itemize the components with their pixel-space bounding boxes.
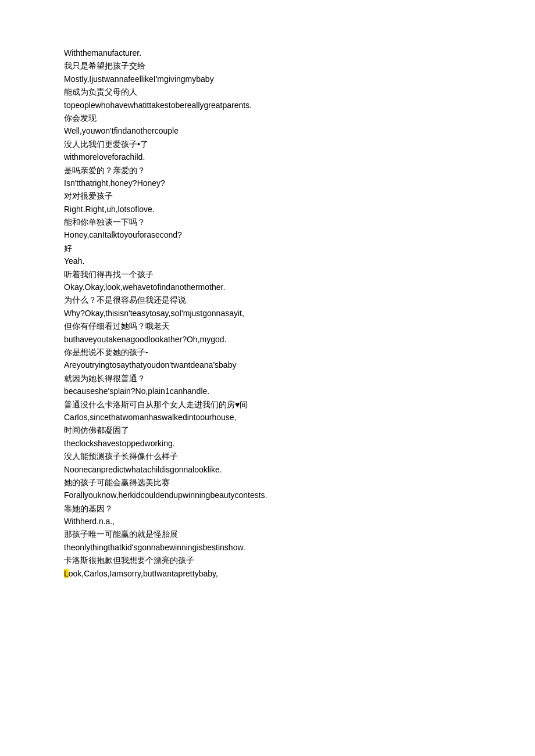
subtitle-line-chinese: 你会发现 (64, 112, 471, 124)
subtitle-line-chinese: 卡洛斯很抱歉但我想要个漂亮的孩子 (64, 554, 471, 567)
subtitle-line-chinese: 她的孩子可能会赢得选美比赛 (64, 476, 471, 489)
subtitle-line-chinese: 就因为她长得很普通？ (64, 372, 471, 385)
subtitle-line-english: Noonecanpredictwhatachildisgonnalooklike… (64, 463, 471, 476)
subtitle-line-chinese: 对对很爱孩子 (64, 189, 471, 202)
subtitle-line-chinese: 能和你单独谈一下吗？ (64, 216, 471, 228)
subtitle-line-chinese: 我只是希望把孩子交给 (64, 59, 471, 72)
subtitle-line-chinese: 普通没什么卡洛斯可自从那个女人走进我们的房♥间 (64, 398, 471, 411)
subtitle-line-english: becauseshe'splain?No,plain1canhandle. (64, 385, 471, 397)
subtitle-line-english: Withherd.n.a., (64, 515, 471, 528)
subtitle-line-english: Why?Okay,thisisn'teasytosay,soI'mjustgon… (64, 307, 471, 320)
subtitle-line-chinese: 能成为负责父母的人 (64, 85, 471, 98)
subtitle-line-english: withmoreloveforachild. (64, 151, 471, 163)
subtitle-line-english: theonlythingthatkid'sgonnabewinningisbes… (64, 541, 471, 554)
subtitle-line-english: Mostly,IjustwannafeellikeI'mgivingmybaby (64, 73, 471, 85)
subtitle-line-english: Carlos,sincethatwomanhaswalkedintoourhou… (64, 411, 471, 424)
subtitle-line-chinese: 那孩子唯一可能赢的就是怪胎展 (64, 528, 471, 540)
subtitle-line-chinese: 是吗亲爱的？亲爱的？ (64, 164, 471, 177)
highlight-char: L (64, 569, 69, 578)
subtitle-line-english: Isn'tthatright,honey?Honey? (64, 177, 471, 189)
subtitle-line-english: Forallyouknow,herkidcouldendupwinningbea… (64, 489, 471, 501)
subtitle-line-chinese: 好 (64, 242, 471, 255)
subtitle-line-english: Well,youwon'tfindanothercouple (64, 124, 471, 137)
subtitle-line-english: Yeah. (64, 255, 471, 267)
subtitle-line-english: topeoplewhohavewhatittakestobereallygrea… (64, 99, 471, 112)
subtitle-line-english: Areyoutryingtosaythatyoudon'twantdeana's… (64, 359, 471, 371)
subtitle-line-chinese: 你是想说不要她的孩子- (64, 346, 471, 359)
subtitle-line-english: buthaveyoutakenagoodlookather?Oh,mygod. (64, 333, 471, 346)
subtitle-line-english: theclockshavestoppedworking. (64, 437, 471, 450)
subtitle-line-english: Honey,canItalktoyouforasecond? (64, 228, 471, 241)
subtitle-line-chinese: 没人能预测孩子长得像什么样子 (64, 450, 471, 463)
subtitle-line-english: Withthemanufacturer. (64, 46, 471, 59)
subtitle-line-chinese: 靠她的基因？ (64, 502, 471, 515)
subtitle-line-english: Right.Right,uh,lotsoflove. (64, 203, 471, 216)
subtitle-line-english: Okay.Okay,look,wehavetofindanothermother… (64, 281, 471, 293)
subtitle-line-chinese: 时间仿佛都凝固了 (64, 424, 471, 436)
subtitle-line-chinese: 为什么？不是很容易但我还是得说 (64, 293, 471, 306)
subtitle-line-chinese: 但你有仔细看过她吗？哦老天 (64, 320, 471, 332)
subtitle-line-english: Look,Carlos,Iamsorry,butIwantaprettybaby… (64, 567, 471, 580)
subtitle-line-chinese: 没人比我们更爱孩子•了 (64, 138, 471, 151)
subtitle-content: Withthemanufacturer.我只是希望把孩子交给Mostly,Iju… (64, 46, 471, 580)
subtitle-line-chinese: 听着我们得再找一个孩子 (64, 268, 471, 281)
